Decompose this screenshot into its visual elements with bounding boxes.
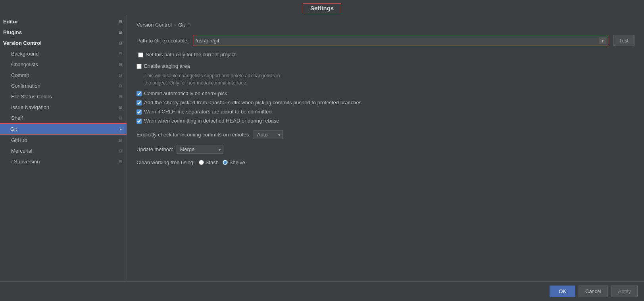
sidebar-item-github[interactable]: GitHub ⊟ [0,135,127,146]
sidebar-item-background[interactable]: Background ⊟ [0,48,127,59]
breadcrumb-current: Git [178,22,185,28]
apply-button[interactable]: Apply [611,286,638,297]
crlf-row: Warn if CRLF line separators are about t… [136,109,634,115]
title-bar: Settings [0,0,644,15]
sidebar: Editor ⊟ Plugins ⊟ Version Control ⊟ Bac… [0,15,127,281]
bottom-bar: OK Cancel Apply [0,281,644,301]
sidebar-item-commit[interactable]: Commit ⊟ [0,70,127,81]
breadcrumb-separator: › [174,22,176,28]
sidebar-item-file-status-colors[interactable]: File Status Colors ⊟ [0,91,127,102]
test-button[interactable]: Test [613,35,634,46]
sidebar-item-confirmation[interactable]: Confirmation ⊟ [0,81,127,91]
staging-area-desc: This will disable changelists support an… [144,72,634,86]
cancel-button[interactable]: Cancel [579,286,608,297]
breadcrumb-indicator: ⊟ [187,23,190,27]
shelve-label: Shelve [229,159,245,165]
cherry-pick-row: Commit automatically on cherry-pick [136,90,634,96]
sidebar-vc-indicator: ⊟ [119,41,122,45]
stash-option: Stash [199,159,219,165]
update-method-select-wrap: Merge Rebase Branch Default [177,145,223,154]
window-title: Settings [303,3,341,13]
content-area: Version Control › Git ⊟ Path to Git exec… [127,15,644,281]
subversion-expand-icon: › [11,159,12,164]
set-path-checkbox[interactable] [138,52,143,58]
sidebar-item-plugins[interactable]: Plugins ⊟ [0,27,127,38]
staging-area-row: Enable staging area [136,63,634,69]
hash-suffix-label: Add the 'cherry-picked from <hash>' suff… [144,100,361,105]
path-row: Path to Git executable: ▾ Test [136,35,634,46]
set-path-label: Set this path only for the current proje… [146,52,236,58]
stash-label: Stash [206,159,219,165]
detached-head-checkbox[interactable] [136,119,142,124]
breadcrumb: Version Control › Git ⊟ [136,22,634,28]
clean-working-tree-label: Clean working tree using: [136,159,195,165]
update-method-select[interactable]: Merge Rebase Branch Default [177,145,223,154]
stash-radio[interactable] [199,160,204,165]
sidebar-editor-indicator: ⊟ [119,19,122,24]
crlf-checkbox[interactable] [136,109,142,115]
sidebar-item-editor[interactable]: Editor ⊟ [0,16,127,27]
hash-suffix-checkbox[interactable] [136,100,142,105]
incoming-commits-select[interactable]: Auto Always Never [254,130,283,139]
incoming-commits-row: Explicitly check for incoming commits on… [136,130,634,139]
main-layout: Editor ⊟ Plugins ⊟ Version Control ⊟ Bac… [0,15,644,281]
path-dropdown-button[interactable]: ▾ [599,37,606,44]
set-path-row: Set this path only for the current proje… [138,52,634,58]
incoming-commits-select-wrap: Auto Always Never [254,130,283,139]
path-label: Path to Git executable: [136,38,189,44]
staging-area-label: Enable staging area [144,63,190,69]
cherry-pick-label: Commit automatically on cherry-pick [144,90,227,96]
crlf-label: Warn if CRLF line separators are about t… [144,109,272,115]
update-method-label: Update method: [136,146,173,152]
staging-area-checkbox[interactable] [136,64,142,69]
sidebar-plugins-indicator: ⊟ [119,30,122,35]
sidebar-item-mercurial[interactable]: Mercurial ⊟ [0,146,127,156]
detached-head-label: Warn when committing in detached HEAD or… [144,118,279,124]
sidebar-item-issue-navigation[interactable]: Issue Navigation ⊟ [0,102,127,113]
breadcrumb-parent: Version Control [136,22,172,28]
detached-head-row: Warn when committing in detached HEAD or… [136,118,634,124]
hash-suffix-row: Add the 'cherry-picked from <hash>' suff… [136,100,634,105]
clean-working-tree-row: Clean working tree using: Stash Shelve [136,159,634,165]
ok-button[interactable]: OK [550,286,575,297]
sidebar-item-shelf[interactable]: Shelf ⊟ [0,113,127,123]
path-input-wrap: ▾ [193,35,609,46]
sidebar-item-changelists[interactable]: Changelists ⊟ [0,59,127,70]
cherry-pick-checkbox[interactable] [136,91,142,96]
update-method-row: Update method: Merge Rebase Branch Defau… [136,145,634,154]
sidebar-item-subversion[interactable]: › Subversion ⊟ [0,156,127,167]
sidebar-item-version-control[interactable]: Version Control ⊟ [0,38,127,48]
sidebar-item-git[interactable]: Git ▸ [0,123,127,135]
shelve-radio[interactable] [223,160,228,165]
shelve-option: Shelve [223,159,245,165]
incoming-commits-label: Explicitly check for incoming commits on… [136,132,250,138]
path-input[interactable] [196,38,600,44]
